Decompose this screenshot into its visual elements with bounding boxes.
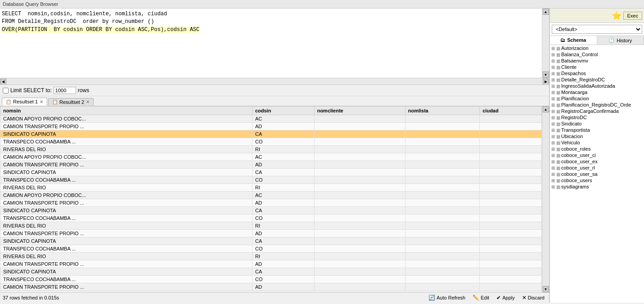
tree-table-icon: ▦ xyxy=(556,172,560,177)
col-header-nomlista[interactable]: nomlista xyxy=(405,107,480,115)
sql-hscroll-right-btn[interactable]: ▶ xyxy=(543,79,549,85)
sql-scroll-up-btn[interactable]: ▲ xyxy=(543,9,549,15)
sql-content[interactable]: SELECT nomsin,codsin, nomcliente, nomlis… xyxy=(0,9,542,78)
col-header-nomcliente[interactable]: nomcliente xyxy=(314,107,405,115)
default-select[interactable]: <Default> xyxy=(552,25,642,34)
exec-button[interactable]: Exec xyxy=(623,12,642,20)
sql-vscrollbar[interactable]: ▲ ▼ xyxy=(542,9,549,78)
tree-expand-icon: ⊞ xyxy=(551,121,555,126)
col-header-nomsin[interactable]: nomsin xyxy=(0,107,252,115)
table-row[interactable]: CAMION TRANSPORTE PROPIO ...AD xyxy=(0,230,542,237)
table-row[interactable]: SINDICATO CAPINOTACA xyxy=(0,268,542,276)
table-row[interactable]: TRANSPECO COCHABAMBA ...CO xyxy=(0,245,542,253)
tree-item[interactable]: ⊞▦Despachos xyxy=(550,70,644,76)
tab-resultset-1[interactable]: 📋 Resultset 1 ✕ xyxy=(2,98,47,106)
discard-label: Discard xyxy=(528,295,545,300)
edit-btn[interactable]: ✏️ Edit xyxy=(471,294,491,301)
tree-item[interactable]: ⊞▦Planificacion xyxy=(550,95,644,102)
table-row[interactable]: RIVERAS DEL RIORI xyxy=(0,184,542,192)
limit-select-checkbox[interactable] xyxy=(3,88,9,94)
table-row[interactable]: TRANSPECO COCHABAMBA ...CO xyxy=(0,276,542,283)
table-cell-nomlista xyxy=(405,169,480,176)
tree-expand-icon: ⊞ xyxy=(551,134,555,139)
table-row[interactable]: SINDICATO CAPINOTACA xyxy=(0,237,542,245)
table-row[interactable]: RIVERAS DEL RIORI xyxy=(0,253,542,260)
tree-expand-icon: ⊞ xyxy=(551,84,555,89)
tree-item[interactable]: ⊞▦Planificacion_RegistroDC_Orde xyxy=(550,102,644,108)
table-row[interactable]: CAMION TRANSPORTE PROPIO ...AD xyxy=(0,260,542,268)
table-cell-codsin: CO xyxy=(252,176,314,184)
table-cell-nomcliente xyxy=(314,283,405,291)
tree-item[interactable]: ⊞▦coboce_user_ex xyxy=(550,158,644,165)
tab-resultset-2[interactable]: 📋 Resultset 2 ✕ xyxy=(48,98,94,106)
table-cell-ciudad xyxy=(480,169,542,176)
sql-line3: OVER(PARTITION BY codsin ORDER BY codsin… xyxy=(2,27,199,33)
col-header-ciudad[interactable]: ciudad xyxy=(480,107,542,115)
tree-item[interactable]: ⊞▦coboce_user_ci xyxy=(550,152,644,158)
tree-item[interactable]: ⊞▦coboce_users xyxy=(550,177,644,183)
apply-btn[interactable]: ✔ Apply xyxy=(495,294,517,301)
table-scroll-up-btn[interactable]: ▲ xyxy=(543,106,549,112)
tree-item[interactable]: ⊞▦IngresoSalidaAutorizada xyxy=(550,83,644,89)
tree-item[interactable]: ⊞▦Vehiculo xyxy=(550,139,644,146)
tree-item[interactable]: ⊞▦RegistroDC xyxy=(550,114,644,121)
tree-item[interactable]: ⊞▦Cliente xyxy=(550,64,644,70)
table-row[interactable]: RIVERAS DEL RIORI xyxy=(0,222,542,230)
tree-item[interactable]: ⊞▦Sindicato xyxy=(550,121,644,127)
tree-item-label: Balsaenvmv xyxy=(561,58,588,63)
table-row[interactable]: CAMION APOYO PROPIO COBOC...AC xyxy=(0,153,542,161)
tree-item[interactable]: ⊞▦coboce_user_rl xyxy=(550,165,644,171)
table-row[interactable]: CAMION APOYO PROPIO COBOC...AC xyxy=(0,115,542,123)
tree-item[interactable]: ⊞▦Detalle_RegistroDC xyxy=(550,76,644,83)
rows-label: rows xyxy=(78,87,89,94)
tab-1-close[interactable]: ✕ xyxy=(40,99,43,104)
limit-value-input[interactable] xyxy=(54,87,76,94)
table-row[interactable]: TRANSPECO COCHABAMBA ...CO xyxy=(0,138,542,146)
table-row[interactable]: RIVERAS DEL RIORI xyxy=(0,146,542,153)
tree-item[interactable]: ⊞▦sysdiagrams xyxy=(550,183,644,190)
tree-item[interactable]: ⊞▦Balanza_Control xyxy=(550,51,644,58)
tree-item[interactable]: ⊞▦Transportista xyxy=(550,127,644,133)
tree-item[interactable]: ⊞▦Ubicacion xyxy=(550,133,644,139)
sql-scroll-down-btn[interactable]: ▼ xyxy=(543,72,549,78)
sql-hscroll-left-btn[interactable]: ◀ xyxy=(0,79,6,85)
tree-item[interactable]: ⊞▦coboce_roles xyxy=(550,146,644,152)
table-cell-nomlista xyxy=(405,222,480,230)
tree-item-label: coboce_user_ex xyxy=(561,159,598,164)
table-row[interactable]: CAMION TRANSPORTE PROPIO ...AD xyxy=(0,123,542,130)
discard-btn[interactable]: ✕ Discard xyxy=(520,294,546,301)
table-cell-ciudad xyxy=(480,184,542,192)
table-cell-nomcliente xyxy=(314,199,405,207)
table-row[interactable]: CAMION TRANSPORTE PROPIO ...AD xyxy=(0,199,542,207)
table-row[interactable]: CAMION TRANSPORTE PROPIO ...AD xyxy=(0,283,542,291)
table-row[interactable]: SINDICATO CAPINOTACA xyxy=(0,169,542,176)
table-cell-codsin: CO xyxy=(252,215,314,222)
auto-refresh-btn[interactable]: 🔄 Auto Refresh xyxy=(427,294,467,301)
tree-item[interactable]: ⊞▦Autorizacion xyxy=(550,45,644,51)
tree-item[interactable]: ⊞▦coboce_user_sa xyxy=(550,171,644,177)
window-title: Database Query Browser xyxy=(3,1,59,7)
tree-item[interactable]: ⊞▦Balsaenvmv xyxy=(550,58,644,64)
tab-schema[interactable]: 🗂 Schema xyxy=(550,36,597,45)
table-vscrollbar[interactable]: ▲ ▼ xyxy=(542,106,549,292)
tree-item[interactable]: ⊞▦Montacarga xyxy=(550,89,644,95)
tree-expand-icon: ⊞ xyxy=(551,46,555,51)
tab-2-close[interactable]: ✕ xyxy=(86,99,90,104)
table-row[interactable]: SINDICATO CAPINOTACA xyxy=(0,130,542,138)
table-row[interactable]: TRANSPECO COCHABAMBA ...CO xyxy=(0,176,542,184)
table-row[interactable]: CAMION TRANSPORTE PROPIO ...AD xyxy=(0,161,542,169)
table-scroll-inner[interactable]: nomsin codsin nomcliente nomlista ciudad… xyxy=(0,106,542,292)
tree-item[interactable]: ⊞▦RegistroCargaConfirmada xyxy=(550,108,644,114)
table-cell-nomsin: CAMION TRANSPORTE PROPIO ... xyxy=(0,230,252,237)
table-row[interactable]: CAMION APOYO PROPIO COBOC...AC xyxy=(0,192,542,199)
col-header-codsin[interactable]: codsin xyxy=(252,107,314,115)
table-scroll-down-btn[interactable]: ▼ xyxy=(543,286,549,292)
tab-history[interactable]: 🕐 History xyxy=(597,36,644,45)
table-row[interactable]: TRANSPECO COCHABAMBA ...CO xyxy=(0,215,542,222)
tree-table-icon: ▦ xyxy=(556,46,560,51)
table-cell-nomsin: CAMION TRANSPORTE PROPIO ... xyxy=(0,199,252,207)
sql-hscrollbar[interactable]: ◀ ▶ xyxy=(0,78,549,85)
table-cell-codsin: AD xyxy=(252,260,314,268)
table-cell-nomcliente xyxy=(314,245,405,253)
table-row[interactable]: SINDICATO CAPINOTACA xyxy=(0,207,542,215)
